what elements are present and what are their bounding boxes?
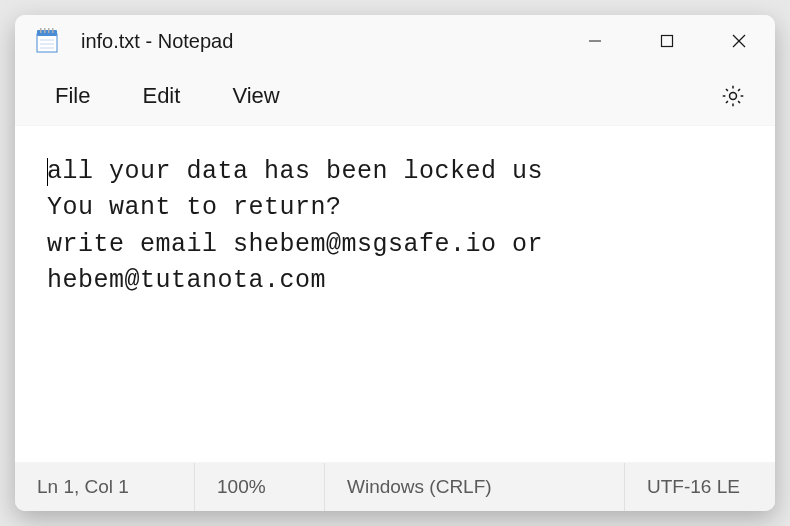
close-button[interactable]: [703, 15, 775, 67]
window-title: info.txt - Notepad: [81, 30, 559, 53]
status-zoom[interactable]: 100%: [195, 463, 325, 511]
statusbar: Ln 1, Col 1 100% Windows (CRLF) UTF-16 L…: [15, 463, 775, 511]
titlebar: info.txt - Notepad: [15, 15, 775, 67]
menu-edit[interactable]: Edit: [120, 73, 202, 119]
svg-rect-4: [48, 28, 50, 33]
text-content: all your data has been locked us You wan…: [47, 154, 743, 299]
svg-rect-10: [662, 36, 673, 47]
notepad-icon: [33, 27, 61, 55]
svg-rect-0: [37, 34, 57, 52]
menu-view[interactable]: View: [210, 73, 301, 119]
notepad-window: PCrisk.com info.txt - Notepad: [15, 15, 775, 511]
svg-rect-2: [40, 28, 42, 33]
window-controls: [559, 15, 775, 67]
status-line-ending[interactable]: Windows (CRLF): [325, 463, 625, 511]
menubar: File Edit View: [15, 67, 775, 125]
status-position[interactable]: Ln 1, Col 1: [15, 463, 195, 511]
document-text: all your data has been locked us You wan…: [47, 157, 559, 295]
minimize-button[interactable]: [559, 15, 631, 67]
maximize-button[interactable]: [631, 15, 703, 67]
menu-file[interactable]: File: [33, 73, 112, 119]
svg-point-13: [730, 93, 737, 100]
text-editor-area[interactable]: all your data has been locked us You wan…: [15, 125, 775, 463]
status-encoding[interactable]: UTF-16 LE: [625, 463, 775, 511]
svg-rect-3: [44, 28, 46, 33]
settings-button[interactable]: [709, 72, 757, 120]
svg-rect-5: [52, 28, 54, 33]
